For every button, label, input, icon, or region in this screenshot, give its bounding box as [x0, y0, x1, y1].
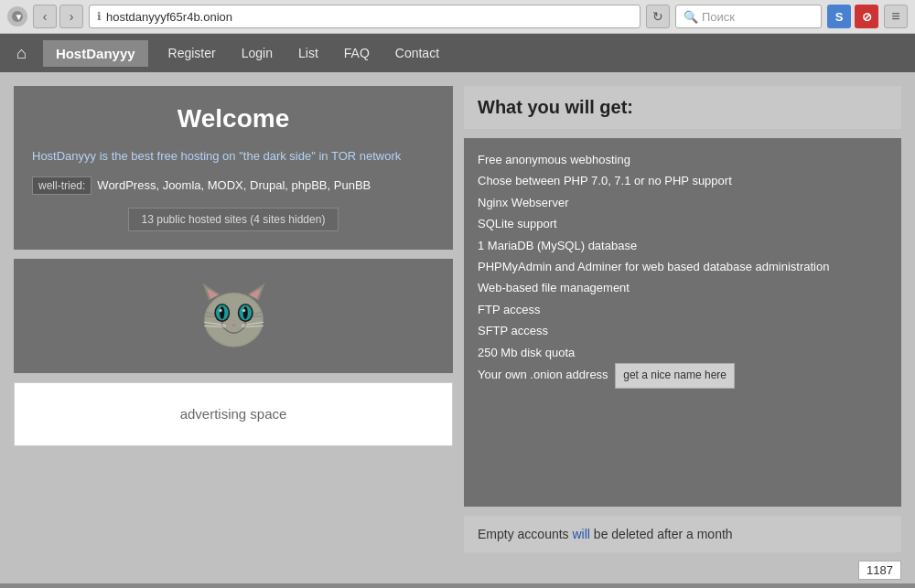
nav-list[interactable]: List: [285, 40, 331, 66]
nav-register[interactable]: Register: [156, 40, 229, 66]
browser-chrome: ▼ ‹ › ℹ hostdanyyyf65r4b.onion ↻ 🔍 Поиск…: [0, 0, 915, 34]
feature-item-3: SQLite support: [478, 213, 888, 234]
browser-menu-button[interactable]: ▼: [7, 6, 27, 27]
svg-line-11: [252, 315, 261, 316]
cat-image-box: [14, 259, 453, 373]
advertising-text: advertising space: [180, 406, 287, 422]
feature-item-5: PHPMyAdmin and Adminer for web based dat…: [478, 256, 888, 277]
extension-icons: S ⊘: [827, 5, 878, 28]
footer: hostdanyyyf65r4b.onion: [0, 583, 915, 588]
nav-brand[interactable]: HostDanyyy: [43, 40, 148, 67]
feature-item-9: 250 Mb disk quota: [478, 342, 888, 363]
svg-point-16: [220, 306, 224, 319]
hosted-sites-button[interactable]: 13 public hosted sites (4 sites hidden): [128, 208, 339, 231]
nav-bar: ⌂ HostDanyyy Register Login List FAQ Con…: [0, 34, 915, 72]
svg-point-19: [242, 308, 244, 311]
svg-point-7: [205, 294, 261, 345]
home-button[interactable]: ⌂: [9, 38, 34, 69]
nav-contact[interactable]: Contact: [382, 40, 452, 66]
url-bar[interactable]: ℹ hostdanyyyf65r4b.onion: [89, 5, 640, 28]
well-tried-text: WordPress, Joomla, MODX, Drupal, phpBB, …: [97, 176, 371, 195]
nav-faq[interactable]: FAQ: [331, 40, 382, 66]
feature-item-4: 1 MariaDB (MySQL) database: [478, 235, 888, 256]
url-text: hostdanyyyf65r4b.onion: [106, 10, 232, 24]
nav-login[interactable]: Login: [229, 40, 285, 66]
welcome-description: HostDanyyy is the best free hosting on "…: [32, 147, 435, 166]
extension-block-icon[interactable]: ⊘: [855, 5, 878, 28]
nice-name-button[interactable]: get a nice name here: [615, 363, 735, 389]
feature-item-10: Your own .onion address get a nice name …: [478, 363, 888, 389]
feature-item-6: Web-based file management: [478, 277, 888, 298]
search-placeholder: Поиск: [702, 10, 735, 24]
hamburger-menu-button[interactable]: ≡: [884, 5, 908, 28]
svg-text:▼: ▼: [15, 12, 24, 22]
features-header: What you will get:: [464, 86, 901, 129]
reload-button[interactable]: ↻: [646, 5, 670, 28]
search-bar[interactable]: 🔍 Поиск: [675, 5, 822, 28]
welcome-title: Welcome: [32, 104, 435, 134]
right-panel: What you will get: Free anonymous webhos…: [464, 86, 901, 552]
counter-row: 1187: [0, 557, 915, 583]
well-tried-badge: well-tried:: [32, 176, 92, 195]
advertising-space-box: advertising space: [14, 382, 453, 446]
svg-line-9: [205, 315, 214, 316]
forward-button[interactable]: ›: [59, 5, 83, 28]
feature-item-1: Chose between PHP 7.0, 7.1 or no PHP sup…: [478, 170, 888, 191]
svg-point-17: [242, 306, 247, 319]
well-tried-row: well-tried: WordPress, Joomla, MODX, Dru…: [32, 176, 435, 195]
browser-toolbar: ▼ ‹ › ℹ hostdanyyyf65r4b.onion ↻ 🔍 Поиск…: [0, 0, 915, 33]
browser-nav-buttons: ‹ ›: [33, 5, 83, 28]
left-panel: Welcome HostDanyyy is the best free host…: [14, 86, 453, 552]
feature-item-8: SFTP access: [478, 320, 888, 341]
back-button[interactable]: ‹: [33, 5, 57, 28]
feature-item-2: Nginx Webserver: [478, 192, 888, 213]
visitor-counter: 1187: [858, 561, 901, 580]
feature-item-7: FTP access: [478, 299, 888, 320]
empty-accounts-notice: Empty accounts will be deleted after a m…: [464, 516, 901, 552]
features-list: Free anonymous webhosting Chose between …: [464, 138, 901, 507]
cheshire-cat-image: [195, 277, 273, 355]
extension-s-icon[interactable]: S: [827, 5, 851, 28]
search-icon: 🔍: [684, 10, 698, 24]
feature-item-0: Free anonymous webhosting: [478, 149, 888, 170]
svg-point-18: [219, 308, 221, 311]
info-icon: ℹ: [97, 10, 102, 23]
highlight-will: will: [573, 527, 590, 541]
main-content: Welcome HostDanyyy is the best free host…: [0, 72, 915, 557]
welcome-box: Welcome HostDanyyy is the best free host…: [14, 86, 453, 250]
